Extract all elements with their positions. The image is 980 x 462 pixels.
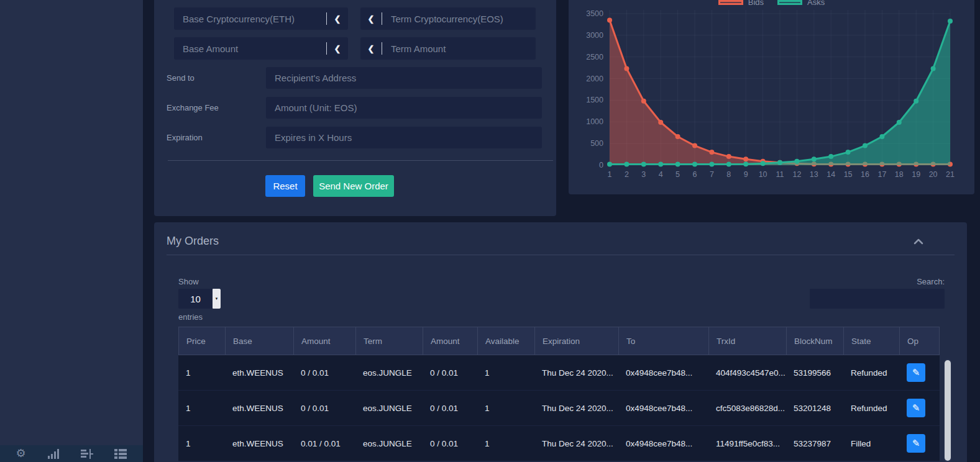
list-icon[interactable] (114, 448, 127, 459)
svg-text:2000: 2000 (586, 75, 603, 83)
svg-text:12: 12 (792, 170, 801, 179)
chevron-up-icon (914, 238, 923, 245)
legend-item-asks[interactable]: Asks (777, 0, 825, 7)
svg-text:11: 11 (776, 170, 784, 179)
base-amount-swap-button[interactable]: ❮ (327, 37, 348, 60)
column-header-state[interactable]: State (844, 327, 900, 355)
svg-text:3: 3 (641, 170, 646, 179)
svg-text:3000: 3000 (586, 31, 603, 40)
cell-expiration: Thu Dec 24 2020... (534, 355, 618, 390)
base-currency-input[interactable] (174, 7, 326, 30)
send-to-label: Send to (167, 73, 260, 83)
edit-order-button[interactable]: ✎ (907, 434, 925, 453)
cell-amount: 0.01 / 0.01 (293, 426, 355, 461)
term-swap-button[interactable]: ❮ (360, 7, 382, 30)
svg-text:7: 7 (710, 170, 714, 179)
svg-text:4: 4 (659, 170, 663, 179)
search-input[interactable] (810, 289, 945, 309)
cell-trxid: 11491ff5e0cf83... (708, 426, 786, 461)
column-header-to[interactable]: To (619, 327, 709, 355)
order-book-icon[interactable] (81, 448, 93, 459)
column-header-term[interactable]: Term (356, 327, 423, 355)
cell-blocknum: 53199566 (786, 355, 843, 390)
cell-to: 0x4948cee7b48... (618, 355, 708, 390)
column-header-base[interactable]: Base (226, 327, 294, 355)
svg-text:14: 14 (827, 170, 835, 179)
table-header-row: Price Base Amount Term Amount Available … (178, 327, 940, 355)
svg-text:1: 1 (608, 170, 612, 179)
cell-blocknum: 53201248 (786, 391, 843, 425)
pencil-icon: ✎ (912, 438, 920, 449)
svg-text:9: 9 (744, 170, 748, 179)
cell-base: eth.WEENUS (225, 391, 293, 425)
edit-order-button[interactable]: ✎ (907, 363, 925, 382)
exchange-fee-input[interactable] (266, 97, 542, 119)
column-header-amount-2[interactable]: Amount (423, 327, 478, 355)
svg-text:2500: 2500 (586, 53, 603, 61)
cell-price: 1 (178, 391, 225, 425)
base-swap-button[interactable]: ❮ (327, 7, 348, 30)
svg-text:1000: 1000 (586, 117, 603, 126)
column-header-blocknum[interactable]: BlockNum (787, 327, 844, 355)
term-currency-group: ❮ (360, 7, 536, 30)
svg-text:0: 0 (599, 161, 603, 170)
base-currency-group: ❮ (174, 7, 348, 30)
svg-text:500: 500 (590, 139, 603, 148)
page-size-select[interactable]: 10 ▼ (178, 289, 221, 309)
search-label: Search: (917, 277, 945, 286)
svg-text:3500: 3500 (586, 9, 603, 18)
term-currency-input[interactable] (382, 7, 536, 30)
legend-item-bids[interactable]: Bids (718, 0, 764, 7)
cell-term: eos.JUNGLE (355, 391, 423, 425)
cell-available: 1 (477, 426, 534, 461)
cell-term: eos.JUNGLE (355, 355, 423, 390)
cell-to: 0x4948cee7b48... (618, 391, 708, 425)
svg-text:17: 17 (877, 170, 886, 179)
cell-state: Refunded (843, 391, 899, 425)
show-label: Show (178, 277, 199, 286)
base-amount-input[interactable] (174, 37, 326, 60)
svg-text:2: 2 (625, 170, 629, 179)
bids-swatch-icon (718, 0, 743, 5)
cell-trxid: 404f493c4547e0... (708, 355, 786, 390)
sidebar-footer: ⚙ (0, 445, 143, 462)
send-new-order-button[interactable]: Send New Order (313, 175, 394, 197)
svg-text:19: 19 (912, 170, 920, 179)
asks-swatch-icon (777, 0, 802, 5)
svg-text:16: 16 (861, 170, 869, 179)
term-amount-input[interactable] (382, 37, 536, 60)
reset-button[interactable]: Reset (265, 175, 305, 197)
my-orders-panel: My Orders Show 10 ▼ entries Search: Pric… (154, 222, 967, 462)
column-header-op[interactable]: Op (900, 327, 940, 355)
column-header-price[interactable]: Price (179, 327, 226, 355)
orders-table: Price Base Amount Term Amount Available … (178, 327, 940, 461)
form-divider (168, 160, 553, 161)
settings-gear-icon[interactable]: ⚙ (16, 448, 25, 459)
select-arrow-icon: ▼ (213, 289, 221, 309)
recipient-address-input[interactable] (266, 67, 542, 89)
svg-text:20: 20 (929, 170, 938, 179)
expiration-input[interactable] (266, 127, 542, 148)
column-header-amount[interactable]: Amount (294, 327, 356, 355)
cell-amount-2: 0 / 0.01 (423, 426, 477, 461)
pencil-icon: ✎ (912, 367, 920, 378)
cell-amount-2: 0 / 0.01 (423, 355, 477, 390)
cell-amount: 0 / 0.01 (293, 355, 355, 390)
svg-text:18: 18 (895, 170, 904, 179)
svg-text:8: 8 (726, 170, 731, 179)
column-header-available[interactable]: Available (478, 327, 535, 355)
edit-order-button[interactable]: ✎ (907, 399, 925, 417)
collapse-panel-button[interactable] (914, 237, 923, 243)
column-header-trxid[interactable]: TrxId (709, 327, 787, 355)
term-amount-swap-button[interactable]: ❮ (360, 37, 382, 60)
cell-expiration: Thu Dec 24 2020... (534, 426, 618, 461)
svg-text:10: 10 (759, 170, 767, 179)
table-row: 1 eth.WEENUS 0.01 / 0.01 eos.JUNGLE 0 / … (178, 426, 940, 461)
new-order-form-panel: ❮ ❮ ❮ ❮ Send to Exchange Fee Expiration … (154, 0, 556, 216)
column-header-expiration[interactable]: Expiration (535, 327, 619, 355)
svg-text:1500: 1500 (586, 96, 603, 104)
pencil-icon: ✎ (912, 402, 920, 414)
bar-chart-icon[interactable] (48, 448, 59, 459)
scrollbar-thumb[interactable] (945, 360, 951, 461)
cell-state: Filled (843, 426, 899, 461)
